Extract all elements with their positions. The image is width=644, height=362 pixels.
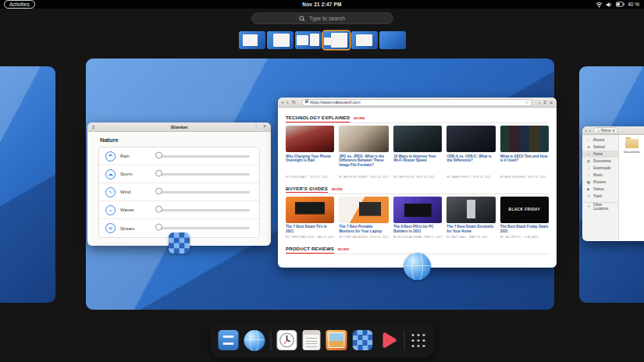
sidebar-item-videos[interactable]: ▶Videos [582, 186, 618, 193]
more-link[interactable]: MORE [332, 187, 343, 191]
article-title[interactable]: USB-A vs. USB-C: What is the Difference? [447, 154, 495, 175]
reload-icon[interactable]: ↻ [292, 100, 296, 105]
videos-app-icon[interactable] [378, 330, 398, 350]
article-title[interactable]: Why Charging Your Phone Overnight is Bad [286, 154, 334, 175]
sidebar-label: Documents [593, 159, 611, 163]
blanket-checker-icon [352, 330, 372, 350]
article-title[interactable]: What is ASCII Text and How is it Used? [500, 154, 549, 175]
article-card[interactable]: 10 Ways to Improve Your Wi-Fi Router Spe… [393, 126, 442, 179]
wind-volume-slider[interactable] [159, 191, 250, 193]
sidebar-item-starred[interactable]: ★Starred [582, 144, 618, 151]
address-bar[interactable]: https://www.makeuseof.com ☆ [301, 99, 533, 106]
mini-window [356, 34, 373, 46]
search-bar[interactable]: Type to search [251, 12, 393, 24]
sidebar-item-downloads[interactable]: ↓Downloads [582, 165, 618, 172]
workspace-thumbnail-6[interactable] [379, 31, 406, 49]
stream-volume-slider[interactable] [159, 227, 250, 229]
waves-volume-slider[interactable] [159, 209, 250, 211]
music-icon: ♪ [586, 173, 591, 177]
chevron-down-icon: ▾ [613, 129, 614, 133]
article-title[interactable]: The 7 Best Smart TVs in 2021 [286, 225, 334, 235]
sidebar-item-home[interactable]: ⌂Home [582, 151, 618, 158]
search-icon [299, 16, 305, 22]
article-title[interactable]: JPG vs. JPEG: What is the Difference Bet… [339, 154, 389, 175]
hamburger-menu-icon[interactable]: ≡ [543, 100, 546, 105]
workspace-thumbnail-1[interactable] [239, 31, 265, 49]
documents-icon: ▤ [586, 159, 591, 163]
article-card[interactable]: USB-A vs. USB-C: What is the Difference?… [447, 126, 495, 179]
article-title[interactable]: 10 Ways to Improve Your Wi-Fi Router Spe… [393, 154, 442, 175]
app-menu-icon[interactable]: ⋮ [254, 124, 259, 130]
article-title[interactable]: The Best Black Friday Deals 2021 [500, 225, 549, 235]
workspace-switcher [239, 31, 406, 49]
storm-volume-slider[interactable] [159, 173, 250, 176]
article-card[interactable]: The 7 Best Portable Monitors for Your La… [339, 197, 388, 240]
sidebar-label: Pictures [593, 180, 606, 184]
back-icon[interactable]: ‹ [282, 100, 283, 105]
section-technology-explained: TECHNOLOGY EXPLAINED MORE Why Charging Y… [286, 115, 549, 179]
article-card[interactable]: JPG vs. JPEG: What is the Difference Bet… [339, 126, 389, 179]
sound-label: Stream [120, 226, 155, 231]
clocks-app-icon[interactable] [276, 330, 297, 350]
mini-window [331, 33, 347, 47]
sidebar-item-trash[interactable]: ▽Trash [582, 193, 618, 200]
sidebar-item-pictures[interactable]: ▦Pictures [582, 179, 618, 186]
show-applications-button[interactable] [410, 332, 426, 349]
close-icon[interactable]: × [550, 100, 553, 105]
web-app-icon[interactable] [244, 330, 265, 351]
article-card[interactable]: The 9 Best PSUs for PC Builders in 2021 … [393, 197, 442, 240]
waves-icon: ≈ [105, 205, 116, 215]
blanket-window-badge-icon[interactable] [169, 232, 190, 254]
article-card[interactable]: The 7 Best Smart Doorbells for Your Home… [447, 197, 495, 240]
activities-button[interactable]: Activities [4, 0, 35, 9]
article-title[interactable]: The 7 Best Portable Monitors for Your La… [339, 225, 388, 235]
section-title[interactable]: TECHNOLOGY EXPLAINED [286, 115, 350, 122]
workspace-thumbnail-2[interactable] [267, 31, 294, 49]
article-title[interactable]: The 9 Best PSUs for PC Builders in 2021 [393, 225, 442, 235]
sidebar-item-recent[interactable]: ◔Recent [582, 137, 618, 144]
article-card[interactable]: BLACK FRIDAY The Best Black Friday Deals… [500, 197, 549, 240]
article-card[interactable]: What is ASCII Text and How is it Used? B… [500, 126, 549, 179]
article-card[interactable]: Why Charging Your Phone Overnight is Bad… [286, 126, 334, 179]
workspace-thumbnail-5[interactable] [351, 31, 378, 49]
article-title[interactable]: The 7 Best Smart Doorbells for Your Home [447, 225, 495, 235]
files-window[interactable]: ‹ › ⌂ Home ▾ ◔Recent ★Starred ⌂Home ▤Doc… [582, 126, 644, 241]
section-title[interactable]: PRODUCT REVIEWS [286, 247, 334, 254]
downloads-icon: ↓ [586, 166, 591, 170]
sound-label: Rain [120, 154, 155, 158]
clock[interactable]: Nov 21 2:47 PM [302, 2, 342, 7]
workspace-thumbnail-4-active[interactable] [323, 31, 350, 49]
photos-app-icon[interactable] [326, 330, 347, 350]
sidebar-item-other-locations[interactable]: +Other Locations [582, 202, 618, 209]
article-card[interactable]: The 7 Best Smart TVs in 2021 BY CHRISTIA… [286, 197, 334, 240]
workspace-previous[interactable] [0, 66, 55, 303]
blanket-window[interactable]: ≡ Blanket ⋮ × Nature ☂ Rain ☁ Storm ∿ Wi… [87, 122, 271, 246]
text-editor-app-icon[interactable] [302, 330, 320, 350]
close-icon[interactable]: × [263, 124, 266, 130]
downloads-icon[interactable]: ↓ [538, 100, 540, 105]
forward-icon[interactable]: › [286, 100, 288, 105]
system-status-area[interactable]: 40 % [596, 2, 639, 8]
browser-window[interactable]: ‹ › ↻ https://www.makeuseof.com ☆ ↓ ≡ × … [278, 98, 557, 268]
bookmark-star-icon[interactable]: ☆ [525, 100, 528, 105]
workspace-thumbnail-3[interactable] [295, 31, 322, 49]
article-byline: BY JACOB FOX · 1 DAY AGO [500, 236, 549, 239]
blanket-headerbar: ≡ Blanket ⋮ × [87, 122, 271, 132]
web-window-badge-icon[interactable] [404, 253, 431, 280]
folder-documents[interactable]: Documents [622, 139, 642, 154]
folder-label: Documents [622, 150, 642, 154]
blanket-app-icon[interactable] [352, 330, 372, 350]
rain-volume-slider[interactable] [159, 155, 250, 158]
forward-icon[interactable]: › [589, 128, 591, 133]
back-icon[interactable]: ‹ [585, 128, 587, 133]
sidebar-item-documents[interactable]: ▤Documents [582, 158, 618, 165]
section-title[interactable]: BUYER'S GUIDES [286, 186, 328, 193]
article-byline: BY DAN PRICE · NOV 16, 2021 [393, 176, 442, 179]
more-link[interactable]: MORE [354, 116, 365, 120]
sidebar-item-music[interactable]: ♪Music [582, 172, 618, 179]
article-image [447, 126, 495, 152]
files-app-icon[interactable] [218, 330, 238, 350]
more-link[interactable]: MORE [338, 247, 349, 251]
location-button[interactable]: ⌂ Home ▾ [593, 127, 618, 133]
article-byline: BY NICHOLAS WEBB · FEB 17, 2021 [393, 236, 442, 239]
